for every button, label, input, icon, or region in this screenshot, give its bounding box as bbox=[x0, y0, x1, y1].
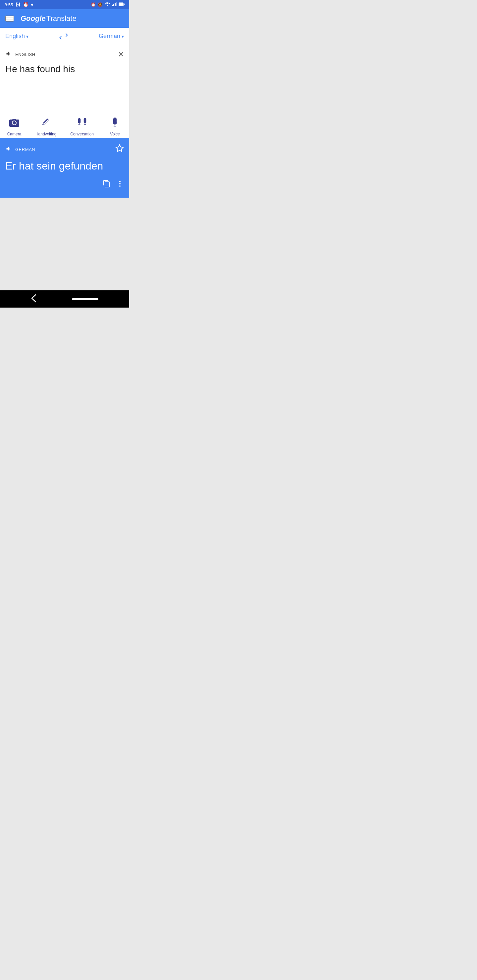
camera-icon bbox=[9, 118, 19, 127]
microphone-icon bbox=[111, 118, 119, 127]
bell-off-icon: 🔕 bbox=[98, 2, 103, 7]
source-lang-button[interactable]: English ▾ bbox=[5, 33, 29, 40]
camera-icon-wrap bbox=[7, 115, 22, 130]
voice-mode-button[interactable]: Voice bbox=[108, 115, 122, 137]
voice-icon-wrap bbox=[108, 115, 122, 130]
favorite-button[interactable] bbox=[115, 144, 124, 154]
input-text[interactable]: He has found his bbox=[5, 63, 124, 83]
camera-mode-button[interactable]: Camera bbox=[7, 115, 22, 137]
target-lang-label: German bbox=[99, 33, 120, 40]
conversation-icon-wrap bbox=[75, 115, 89, 130]
app-title: Google Translate bbox=[21, 14, 77, 23]
translation-footer bbox=[5, 180, 124, 188]
clear-input-button[interactable]: ✕ bbox=[118, 51, 124, 58]
target-lang-chevron-icon: ▾ bbox=[121, 34, 124, 39]
trans-lang-label: GERMAN bbox=[5, 145, 35, 154]
swap-icon bbox=[59, 33, 68, 40]
target-lang-button[interactable]: German ▾ bbox=[99, 33, 124, 40]
volume-icon bbox=[5, 50, 13, 57]
source-lang-label: English bbox=[5, 33, 25, 40]
more-vertical-icon bbox=[116, 180, 124, 188]
camera-mode-label: Camera bbox=[7, 132, 22, 137]
nav-bar bbox=[0, 290, 129, 307]
handwriting-mode-button[interactable]: Handwriting bbox=[35, 115, 56, 137]
input-section: ENGLISH ✕ He has found his bbox=[0, 45, 129, 111]
trans-volume-icon bbox=[5, 145, 13, 152]
translate-text: Translate bbox=[46, 14, 77, 23]
status-left: 8:55 🖼 ⏰ bbox=[5, 2, 33, 7]
svg-rect-1 bbox=[113, 4, 114, 6]
svg-rect-6 bbox=[124, 3, 124, 5]
svg-rect-3 bbox=[116, 2, 116, 6]
copy-button[interactable] bbox=[103, 180, 111, 188]
svg-rect-2 bbox=[115, 3, 116, 6]
empty-area bbox=[0, 198, 129, 290]
input-modes-bar: Camera Handwriting Conver bbox=[0, 111, 129, 138]
menu-button[interactable] bbox=[5, 16, 14, 22]
more-options-button[interactable] bbox=[116, 180, 124, 188]
back-chevron-icon bbox=[31, 294, 37, 302]
source-lang-chevron-icon: ▾ bbox=[26, 34, 29, 39]
app-bar: Google Translate bbox=[0, 9, 129, 28]
signal-icon bbox=[112, 2, 116, 7]
svg-point-15 bbox=[119, 185, 121, 187]
handwriting-icon-wrap bbox=[39, 115, 53, 130]
translation-text: Er hat sein gefunden bbox=[5, 159, 124, 173]
photo-icon: 🖼 bbox=[16, 2, 20, 7]
svg-rect-0 bbox=[112, 5, 113, 6]
dot-icon bbox=[31, 4, 33, 6]
svg-point-13 bbox=[119, 181, 121, 182]
conversation-mode-button[interactable]: Conversation bbox=[70, 115, 94, 137]
status-time: 8:55 bbox=[5, 2, 13, 7]
status-bar: 8:55 🖼 ⏰ ⏰ 🔕 bbox=[0, 0, 129, 9]
back-button[interactable] bbox=[31, 294, 37, 304]
battery-icon bbox=[119, 2, 124, 7]
google-logo-text: Google bbox=[21, 14, 46, 23]
svg-point-14 bbox=[119, 183, 121, 185]
input-lang-label: ENGLISH bbox=[5, 50, 35, 59]
speaker-icon[interactable] bbox=[5, 50, 13, 59]
input-header: ENGLISH ✕ bbox=[5, 50, 124, 59]
wifi-icon bbox=[105, 2, 110, 7]
home-pill[interactable] bbox=[72, 298, 98, 300]
alarm-icon: ⏰ bbox=[23, 2, 29, 7]
copy-icon bbox=[103, 180, 111, 188]
star-icon bbox=[115, 144, 124, 153]
translation-section: GERMAN Er hat sein gefunden bbox=[0, 138, 129, 198]
trans-speaker-icon[interactable] bbox=[5, 145, 13, 154]
conversation-icon bbox=[76, 118, 88, 127]
input-lang-text: ENGLISH bbox=[15, 52, 35, 57]
pen-icon bbox=[41, 118, 51, 127]
conversation-mode-label: Conversation bbox=[70, 132, 94, 137]
swap-languages-button[interactable] bbox=[59, 33, 68, 40]
lang-selector-bar: English ▾ German ▾ bbox=[0, 28, 129, 45]
handwriting-mode-label: Handwriting bbox=[35, 132, 56, 137]
trans-lang-text: GERMAN bbox=[15, 147, 35, 152]
voice-mode-label: Voice bbox=[110, 132, 120, 137]
translation-header: GERMAN bbox=[5, 144, 124, 154]
svg-rect-5 bbox=[119, 3, 123, 6]
status-right: ⏰ 🔕 bbox=[91, 2, 124, 7]
alarm-right-icon: ⏰ bbox=[91, 2, 96, 7]
